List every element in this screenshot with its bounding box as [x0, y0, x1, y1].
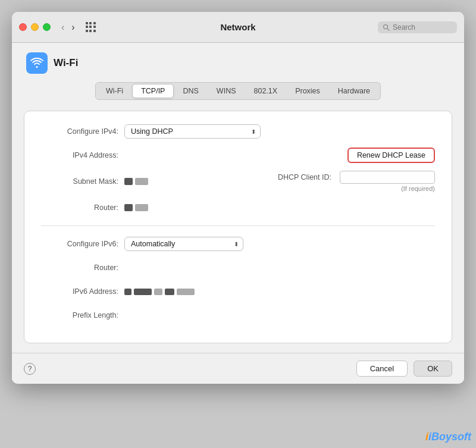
- ipv4-address-left: IPv4 Address:: [41, 151, 347, 159]
- dhcp-client-id-input[interactable]: [340, 171, 435, 184]
- traffic-lights: [19, 23, 51, 31]
- cancel-button[interactable]: Cancel: [356, 361, 408, 377]
- maximize-button[interactable]: [43, 23, 51, 31]
- prefix-length-row: Prefix Length:: [41, 307, 435, 324]
- configure-ipv4-row: Configure IPv4: Using DHCP Manually Usin…: [41, 123, 435, 140]
- ipv6-address-row: IPv6 Address:: [41, 283, 435, 300]
- configure-ipv6-select[interactable]: Automatically Manually Link-local only O…: [124, 237, 243, 251]
- search-input[interactable]: [393, 23, 452, 32]
- configure-ipv4-select[interactable]: Using DHCP Manually Using DHCP with manu…: [124, 124, 261, 139]
- bottom-bar: ? Cancel OK: [12, 353, 464, 384]
- tab-dns[interactable]: DNS: [174, 84, 207, 98]
- configure-ipv6-select-wrap: Automatically Manually Link-local only O…: [124, 237, 243, 251]
- separator: [41, 225, 435, 226]
- configure-ipv6-label: Configure IPv6:: [41, 240, 124, 248]
- dhcp-hint: (If required): [278, 185, 435, 192]
- tab-wins[interactable]: WINS: [208, 84, 245, 98]
- watermark: iiBoysoft: [425, 431, 471, 443]
- back-button[interactable]: ‹: [59, 21, 67, 34]
- router-ipv6-row: Router:: [41, 259, 435, 276]
- svg-line-1: [387, 28, 389, 30]
- renew-dhcp-button[interactable]: Renew DHCP Lease: [347, 148, 435, 163]
- ipv4-address-row: IPv4 Address: Renew DHCP Lease: [41, 147, 435, 164]
- router-row: Router:: [41, 199, 435, 216]
- tabs-row: Wi-Fi TCP/IP DNS WINS 802.1X Proxies Har…: [95, 82, 381, 100]
- dhcp-client-id-block: DHCP Client ID: (If required): [278, 171, 435, 192]
- subnet-mask-row: Subnet Mask: DHCP Client ID: (If require…: [41, 171, 435, 192]
- nav-arrows: ‹ ›: [59, 21, 77, 34]
- forward-button[interactable]: ›: [69, 21, 77, 34]
- tab-8021x[interactable]: 802.1X: [245, 84, 287, 98]
- ipv6-address-label: IPv6 Address:: [41, 287, 124, 296]
- window-title: Network: [220, 22, 255, 32]
- tab-proxies[interactable]: Proxies: [286, 84, 329, 98]
- wifi-label: Wi-Fi: [54, 57, 78, 69]
- configure-ipv4-select-wrap: Using DHCP Manually Using DHCP with manu…: [124, 124, 261, 139]
- configure-ipv4-label: Configure IPv4:: [41, 127, 124, 136]
- router-ipv6-label: Router:: [41, 264, 124, 272]
- subnet-mask-left: Subnet Mask:: [41, 177, 266, 186]
- minimize-button[interactable]: [31, 23, 39, 31]
- search-icon: [383, 24, 390, 31]
- prefix-length-label: Prefix Length:: [41, 311, 124, 319]
- tab-hardware[interactable]: Hardware: [329, 84, 379, 98]
- ipv4-address-label: IPv4 Address:: [41, 151, 124, 159]
- wifi-header: Wi-Fi: [24, 52, 452, 74]
- titlebar: ‹ › Network: [12, 12, 464, 43]
- toolbar-grid-icon: [83, 22, 96, 33]
- wifi-icon: [30, 58, 43, 68]
- help-button[interactable]: ?: [24, 363, 36, 375]
- action-buttons: Cancel OK: [356, 361, 452, 377]
- search-box[interactable]: [378, 21, 457, 33]
- wifi-icon-wrap: [26, 52, 48, 74]
- router-label: Router:: [41, 203, 124, 212]
- configure-ipv6-row: Configure IPv6: Automatically Manually L…: [41, 236, 435, 252]
- subnet-mask-label: Subnet Mask:: [41, 177, 124, 186]
- dhcp-client-id-label: DHCP Client ID:: [278, 173, 335, 181]
- ok-button[interactable]: OK: [414, 361, 452, 377]
- network-window: ‹ › Network: [12, 12, 464, 384]
- content-area: Wi-Fi Wi-Fi TCP/IP DNS WINS 802.1X Proxi…: [12, 43, 464, 353]
- tab-tcpip[interactable]: TCP/IP: [132, 84, 174, 98]
- tab-wifi[interactable]: Wi-Fi: [97, 84, 132, 98]
- form-panel: Configure IPv4: Using DHCP Manually Usin…: [24, 111, 452, 343]
- close-button[interactable]: [19, 23, 27, 31]
